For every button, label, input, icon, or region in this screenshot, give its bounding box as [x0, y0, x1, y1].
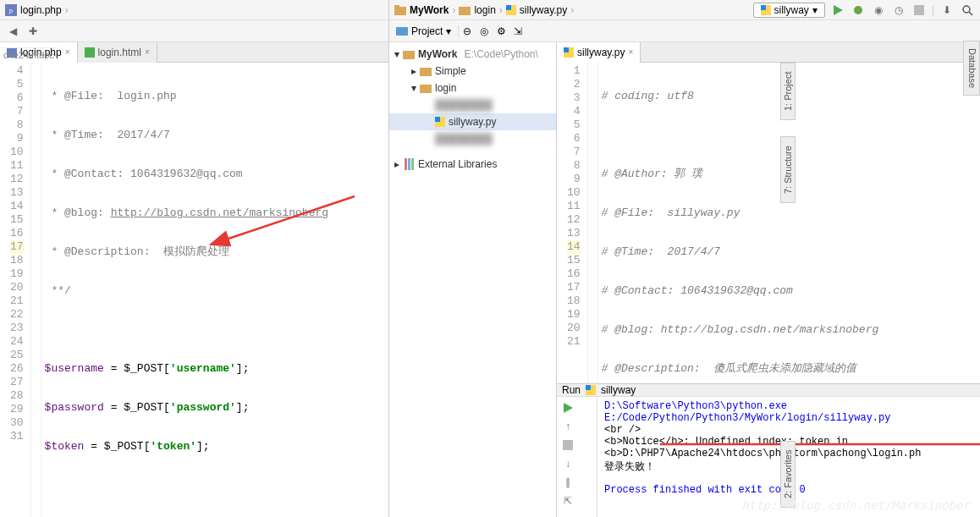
close-icon[interactable]: ×	[628, 47, 633, 57]
project-view-select[interactable]: Project ▾	[389, 25, 459, 37]
profile-button[interactable]: ◷	[891, 3, 906, 18]
svg-rect-26	[411, 158, 414, 170]
coverage-button[interactable]: ◉	[871, 3, 886, 18]
export-button[interactable]: ⇱	[560, 493, 575, 509]
tree-node-login[interactable]: ▾login	[389, 80, 556, 96]
close-icon[interactable]: ×	[145, 47, 150, 57]
chevron-down-icon: ▾	[446, 25, 451, 37]
up-button[interactable]: ↑	[560, 419, 575, 434]
dock-button[interactable]: ⇲	[509, 23, 526, 40]
chevron-right-icon: ›	[570, 4, 574, 16]
side-tab-structure[interactable]: 7: Structure	[780, 136, 796, 203]
svg-rect-12	[761, 5, 766, 10]
debug-button[interactable]	[851, 3, 866, 18]
svg-point-16	[963, 6, 970, 13]
tree-node-simple[interactable]: ▸Simple	[389, 63, 556, 80]
back-icon[interactable]: ◀	[5, 24, 20, 39]
svg-rect-28	[564, 47, 569, 52]
side-tab-database[interactable]: Database	[963, 41, 980, 96]
right-toolbar: sillyway ▾ ◉ ◷ | ⬇	[753, 3, 975, 18]
close-icon[interactable]: ×	[65, 47, 70, 57]
svg-rect-23	[435, 117, 440, 122]
vcs-button[interactable]: ⬇	[939, 3, 955, 18]
tab-sillyway[interactable]: sillyway.py ×	[557, 42, 641, 63]
svg-rect-25	[408, 158, 410, 170]
tree-file-sillyway[interactable]: sillyway.py	[389, 113, 556, 130]
chevron-right-icon: ▸	[394, 158, 399, 170]
chevron-right-icon: ▸	[411, 65, 416, 77]
stop-button[interactable]	[911, 3, 927, 18]
search-icon[interactable]	[960, 3, 975, 18]
html-file-icon	[85, 47, 95, 58]
svg-rect-18	[396, 27, 408, 36]
project-tree[interactable]: ▾ MyWork E:\Code\Python\ ▸Simple ▾login …	[389, 42, 557, 517]
stop-run-button[interactable]	[560, 437, 575, 453]
php-file-icon: p	[5, 4, 17, 16]
tab-login-html[interactable]: login.html ×	[78, 42, 157, 63]
svg-rect-32	[563, 440, 573, 450]
right-tabs: sillyway.py ×	[557, 42, 980, 63]
tree-root[interactable]: ▾ MyWork E:\Code\Python\	[389, 46, 556, 63]
folder-icon	[459, 5, 471, 15]
svg-rect-7	[394, 5, 399, 8]
svg-line-5	[211, 196, 355, 245]
chevron-right-icon: ›	[452, 4, 455, 16]
python-file-icon	[506, 5, 516, 15]
tree-file-hidden2[interactable]: ████████	[389, 130, 556, 147]
folder-icon	[403, 49, 415, 59]
svg-rect-20	[420, 68, 432, 76]
run-button[interactable]	[830, 3, 845, 18]
python-file-icon	[761, 5, 771, 15]
svg-rect-15	[914, 5, 924, 15]
left-gutter: 4567891011121314151617181920212223242526…	[0, 63, 31, 517]
svg-rect-30	[586, 385, 591, 390]
svg-rect-19	[403, 51, 415, 59]
svg-rect-21	[420, 85, 432, 93]
folder-icon	[420, 83, 432, 93]
collapse-button[interactable]: ⊖	[459, 23, 476, 40]
tree-external-libs[interactable]: ▸External Libraries	[389, 156, 556, 173]
gear-icon[interactable]: ⚙	[493, 23, 509, 40]
svg-rect-10	[506, 5, 511, 10]
python-file-icon	[586, 385, 596, 395]
libraries-icon	[403, 158, 415, 170]
run-panel: Run sillyway ↑ ↓ ∥ ⇱ × ↲	[557, 383, 980, 517]
svg-rect-8	[459, 7, 471, 15]
rerun-button[interactable]	[560, 400, 575, 415]
left-code[interactable]: * @File: login.php * @Time: 2017/4/7 * @…	[41, 63, 388, 517]
python-file-icon	[564, 47, 574, 58]
close-run-button[interactable]: ×	[560, 512, 575, 517]
right-gutter: 123456789101112131415161718192021	[557, 63, 588, 383]
down-button[interactable]: ↓	[560, 456, 575, 471]
svg-line-17	[969, 12, 972, 15]
run-controls: ↑ ↓ ∥ ⇱ × ↲ 🖶 🗑	[557, 397, 597, 517]
side-tab-project[interactable]: 1: Project	[780, 63, 796, 120]
left-toolbar: ◀ ✚	[0, 20, 388, 42]
chevron-right-icon: ›	[499, 4, 503, 16]
chevron-down-icon: ▾	[394, 48, 399, 60]
run-config-select[interactable]: sillyway ▾	[753, 3, 825, 18]
chevron-down-icon: ▾	[812, 4, 818, 16]
breadcrumb-left: p login.php ›	[0, 0, 388, 20]
svg-text:p: p	[9, 8, 13, 14]
plus-icon[interactable]: ✚	[25, 24, 41, 39]
tree-file-hidden1[interactable]: ████████	[389, 96, 556, 113]
svg-rect-24	[405, 158, 407, 170]
svg-marker-13	[834, 5, 843, 15]
svg-point-14	[854, 6, 862, 14]
folder-icon	[420, 66, 432, 76]
run-label: Run	[562, 384, 581, 396]
breadcrumb-right: MyWork › login › sillyway.py ›	[394, 4, 574, 16]
crumb-file: login.php	[20, 4, 62, 16]
python-file-icon	[435, 117, 445, 127]
pause-button[interactable]: ∥	[560, 475, 575, 490]
folder-icon	[394, 5, 406, 15]
svg-rect-3	[85, 47, 95, 58]
right-editor[interactable]: 123456789101112131415161718192021 # codi…	[557, 63, 980, 383]
left-tabs: login.php × login.html ×	[0, 42, 388, 63]
path-hint: che24\htdoc	[0, 47, 58, 62]
watermark: http://blog.csdn.net/Marksinober	[741, 498, 970, 512]
left-editor[interactable]: 4567891011121314151617181920212223242526…	[0, 63, 388, 517]
target-button[interactable]: ◎	[476, 23, 493, 40]
chevron-down-icon: ▾	[411, 82, 416, 94]
